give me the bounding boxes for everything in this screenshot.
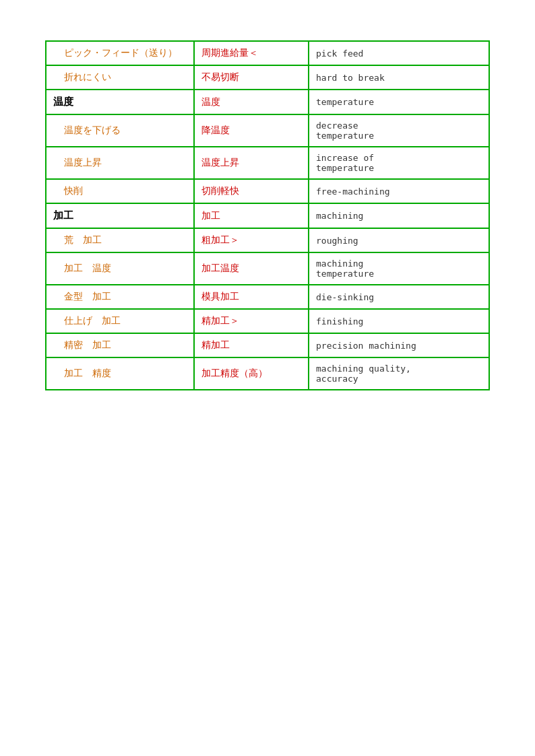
japanese-term: 荒 加工: [53, 234, 102, 246]
chinese-term: 加工: [201, 210, 220, 222]
col2-cell: 粗加工＞: [195, 229, 309, 252]
table-row: 加工 温度加工温度machiningtemperature: [46, 253, 489, 285]
col2-cell: 加工精度（高）: [195, 358, 309, 389]
table-row: 温度を下げる降温度decreasetemperature: [46, 115, 489, 147]
table-row: 金型 加工模具加工die-sinking: [46, 285, 489, 310]
col2-cell: 加工温度: [195, 253, 309, 284]
col1-cell: 温度を下げる: [46, 115, 195, 146]
col1-cell: 温度: [46, 90, 195, 114]
col2-cell: 降温度: [195, 115, 309, 146]
japanese-term: ピック・フィード（送り）: [53, 47, 177, 59]
english-term: machining: [316, 211, 363, 221]
col1-cell: 精密 加工: [46, 334, 195, 357]
col2-cell: 不易切断: [195, 66, 309, 89]
chinese-term: 加工精度（高）: [201, 368, 268, 380]
table-row: 温度温度temperature: [46, 90, 489, 115]
table-row: 精密 加工精加工precision machining: [46, 334, 489, 358]
table-row: 仕上げ 加工精加工＞finishing: [46, 310, 489, 334]
japanese-term: 精密 加工: [53, 339, 111, 351]
col1-cell: 加工 温度: [46, 253, 195, 284]
japanese-term: 温度: [53, 96, 73, 108]
chinese-term: 精加工＞: [201, 315, 239, 327]
col2-cell: 温度: [195, 90, 309, 114]
table-row: 荒 加工粗加工＞roughing: [46, 229, 489, 253]
chinese-term: 温度: [201, 96, 220, 108]
col3-cell: decreasetemperature: [309, 115, 489, 146]
japanese-term: 加工 温度: [53, 263, 111, 275]
col1-cell: 金型 加工: [46, 285, 195, 308]
col2-cell: 模具加工: [195, 285, 309, 308]
table-row: 快削切削軽快free-machining: [46, 180, 489, 204]
english-term: decreasetemperature: [316, 121, 374, 141]
col3-cell: precision machining: [309, 334, 489, 357]
col2-cell: 周期進給量＜: [195, 42, 309, 65]
japanese-term: 折れにくい: [53, 71, 111, 83]
chinese-term: 加工温度: [201, 263, 239, 275]
col3-cell: machining quality,accuracy: [309, 358, 489, 389]
japanese-term: 温度を下げる: [53, 125, 121, 137]
english-term: roughing: [316, 236, 358, 246]
col3-cell: machining: [309, 204, 489, 228]
english-term: machining quality,accuracy: [316, 364, 411, 384]
col1-cell: 仕上げ 加工: [46, 310, 195, 333]
japanese-term: 温度上昇: [53, 157, 102, 169]
table-row: 加工 精度加工精度（高）machining quality,accuracy: [46, 358, 489, 389]
chinese-term: 精加工: [201, 339, 230, 351]
col3-cell: finishing: [309, 310, 489, 333]
col3-cell: machiningtemperature: [309, 253, 489, 284]
translation-table: ピック・フィード（送り）周期進給量＜pick feed折れにくい不易切断hard…: [45, 40, 490, 390]
chinese-term: 不易切断: [201, 71, 239, 83]
english-term: pick feed: [316, 48, 363, 59]
table-row: 加工加工machining: [46, 204, 489, 229]
col3-cell: increase oftemperature: [309, 147, 489, 178]
col1-cell: 快削: [46, 180, 195, 203]
col3-cell: temperature: [309, 90, 489, 114]
col1-cell: 温度上昇: [46, 147, 195, 178]
english-term: hard to break: [316, 73, 385, 83]
japanese-term: 金型 加工: [53, 291, 111, 303]
col3-cell: roughing: [309, 229, 489, 252]
english-term: temperature: [316, 97, 374, 107]
col1-cell: 加工: [46, 204, 195, 228]
chinese-term: 降温度: [201, 125, 230, 137]
col2-cell: 切削軽快: [195, 180, 309, 203]
japanese-term: 加工 精度: [53, 368, 111, 380]
english-term: machiningtemperature: [316, 259, 374, 279]
english-term: increase oftemperature: [316, 153, 374, 173]
english-term: precision machining: [316, 341, 416, 351]
col2-cell: 温度上昇: [195, 147, 309, 178]
col1-cell: 荒 加工: [46, 229, 195, 252]
col3-cell: pick feed: [309, 42, 489, 65]
japanese-term: 仕上げ 加工: [53, 315, 121, 327]
chinese-term: 模具加工: [201, 291, 239, 303]
col3-cell: die-sinking: [309, 285, 489, 308]
col3-cell: hard to break: [309, 66, 489, 89]
chinese-term: 切削軽快: [201, 185, 239, 197]
chinese-term: 粗加工＞: [201, 234, 239, 246]
col3-cell: free-machining: [309, 180, 489, 203]
table-row: 温度上昇温度上昇increase oftemperature: [46, 147, 489, 180]
english-term: die-sinking: [316, 292, 374, 302]
col1-cell: 加工 精度: [46, 358, 195, 389]
japanese-term: 加工: [53, 209, 73, 222]
col2-cell: 加工: [195, 204, 309, 228]
col1-cell: 折れにくい: [46, 66, 195, 89]
col2-cell: 精加工＞: [195, 310, 309, 333]
col2-cell: 精加工: [195, 334, 309, 357]
japanese-term: 快削: [53, 185, 83, 197]
table-row: 折れにくい不易切断hard to break: [46, 66, 489, 90]
table-row: ピック・フィード（送り）周期進給量＜pick feed: [46, 42, 489, 66]
chinese-term: 温度上昇: [201, 157, 239, 169]
chinese-term: 周期進給量＜: [201, 47, 258, 59]
english-term: finishing: [316, 316, 363, 327]
col1-cell: ピック・フィード（送り）: [46, 42, 195, 65]
english-term: free-machining: [316, 186, 390, 197]
